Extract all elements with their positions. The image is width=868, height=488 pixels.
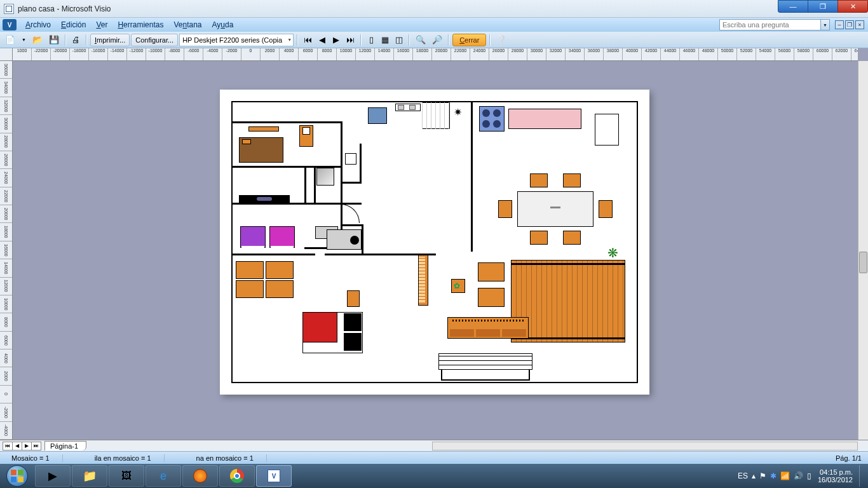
printer-name: HP Deskjet F2200 series (Copia: [182, 36, 282, 44]
tray-time: 04:15 p.m.: [818, 468, 853, 476]
windows-orb-icon: [6, 465, 28, 487]
status-bar: Mosaico = 1 ila en mosaico = 1 na en mos…: [0, 451, 868, 464]
system-menu-icon[interactable]: [3, 19, 17, 30]
first-tab-button[interactable]: ⏮: [3, 442, 13, 451]
taskbar: ▶ 📁 🖼 e V ES ▴ ⚑ ✱ 📶 🔊 ▯ 04:15 p.m. 16/0…: [0, 464, 868, 488]
app-icon: [4, 4, 14, 14]
print-button[interactable]: 🖨: [69, 34, 83, 46]
last-tab-button[interactable]: ⏭: [31, 442, 41, 451]
page-tabs-bar: ⏮ ◀ ▶ ⏭ Página-1: [0, 440, 868, 451]
new-dropdown[interactable]: ▼: [19, 34, 29, 46]
prev-page-button[interactable]: ◀: [316, 34, 329, 46]
vertical-scrollbar[interactable]: [858, 61, 868, 440]
menu-ventana[interactable]: Ventana: [168, 19, 207, 30]
svg-rect-3: [18, 477, 24, 482]
prev-tab-button[interactable]: ◀: [12, 442, 22, 451]
save-button[interactable]: 💾: [46, 34, 62, 46]
zoom-in-button[interactable]: 🔎: [430, 34, 445, 46]
menu-herramientas[interactable]: Herramientas: [112, 19, 168, 30]
dropdown-icon: ▼: [287, 37, 292, 42]
tray-network-icon[interactable]: 📶: [780, 471, 790, 480]
taskbar-explorer[interactable]: 📁: [72, 465, 107, 487]
help-button[interactable]: ❔: [494, 34, 509, 46]
help-search-dropdown[interactable]: ▼: [821, 19, 830, 30]
tray-flag-icon[interactable]: ⚑: [759, 471, 766, 480]
tray-up-icon[interactable]: ▴: [752, 471, 756, 480]
menu-archivo[interactable]: Archivo: [20, 19, 56, 30]
next-tab-button[interactable]: ▶: [22, 442, 32, 451]
horizontal-scrollbar[interactable]: [432, 442, 858, 451]
page-width-button[interactable]: ◫: [393, 34, 405, 46]
workspace: 1000-22000-20000-18000-16000-14000-12000…: [0, 48, 868, 440]
svg-rect-2: [11, 477, 17, 482]
page-tab-1[interactable]: Página-1: [44, 441, 86, 451]
tray-bluetooth-icon[interactable]: ✱: [770, 471, 776, 480]
window-controls: — ❐ ✕: [778, 0, 868, 13]
single-tile-button[interactable]: ▯: [365, 34, 377, 46]
taskbar-gallery[interactable]: 🖼: [109, 465, 144, 487]
help-search: ▼ – ❐ ×: [719, 19, 864, 30]
toolbar: 📄 ▼ 📂 💾 🖨 Imprimir... Configurar... HP D…: [0, 32, 868, 48]
taskbar-visio[interactable]: V: [256, 465, 292, 487]
taskbar-chrome[interactable]: [219, 465, 255, 487]
help-search-input[interactable]: [719, 19, 821, 30]
doc-close-button[interactable]: ×: [855, 20, 864, 29]
window-titlebar: plano casa - Microsoft Visio — ❐ ✕: [0, 0, 868, 18]
taskbar-media-player[interactable]: ▶: [35, 465, 71, 487]
next-page-button[interactable]: ▶: [330, 34, 342, 46]
maximize-button[interactable]: ❐: [808, 0, 838, 13]
status-page: Pág. 1/1: [836, 454, 862, 462]
doc-restore-button[interactable]: ❐: [845, 20, 854, 29]
new-button[interactable]: 📄: [3, 34, 18, 46]
menu-ver[interactable]: Ver: [91, 19, 112, 30]
svg-rect-0: [11, 470, 17, 475]
tray-lang[interactable]: ES: [738, 471, 748, 480]
taskbar-ie[interactable]: e: [146, 465, 181, 487]
tray-clock[interactable]: 04:15 p.m. 16/03/2012: [815, 468, 855, 484]
configure-button[interactable]: Configurar...: [131, 34, 178, 46]
last-page-button[interactable]: ⏭: [344, 34, 357, 46]
taskbar-firefox[interactable]: [182, 465, 218, 487]
svg-rect-1: [18, 470, 24, 475]
printer-select[interactable]: HP Deskjet F2200 series (Copia ▼: [179, 34, 294, 46]
open-button[interactable]: 📂: [30, 34, 45, 46]
whole-page-button[interactable]: ▦: [379, 34, 391, 46]
tray-battery-icon[interactable]: ▯: [807, 471, 811, 480]
canvas[interactable]: ✷: [13, 61, 858, 440]
print-text-button[interactable]: Imprimir...: [90, 34, 130, 46]
doc-minimize-button[interactable]: –: [835, 20, 844, 29]
zoom-out-button[interactable]: 🔍: [413, 34, 428, 46]
start-button[interactable]: [0, 464, 34, 488]
status-row: ila en mosaico = 1: [88, 454, 165, 462]
drawing-page[interactable]: ✷: [220, 90, 649, 395]
menu-edicion[interactable]: Edición: [56, 19, 91, 30]
first-page-button[interactable]: ⏮: [301, 34, 315, 46]
ruler-corner: [0, 48, 13, 61]
status-mosaic: Mosaico = 1: [5, 454, 63, 462]
tray-date: 16/03/2012: [818, 476, 853, 484]
system-tray: ES ▴ ⚑ ✱ 📶 🔊 ▯ 04:15 p.m. 16/03/2012: [738, 464, 868, 488]
window-title: plano casa - Microsoft Visio: [18, 4, 111, 13]
close-preview-button[interactable]: Cerrar: [452, 34, 486, 46]
show-desktop-button[interactable]: [859, 465, 864, 487]
status-col: na en mosaico = 1: [190, 454, 267, 462]
menu-bar: Archivo Edición Ver Herramientas Ventana…: [0, 18, 868, 32]
page-nav: ⏮ ◀ ▶ ⏭: [3, 442, 41, 451]
close-button[interactable]: ✕: [837, 0, 868, 13]
menu-ayuda[interactable]: Ayuda: [207, 19, 239, 30]
scrollbar-thumb[interactable]: [859, 252, 867, 273]
ruler-vertical: 3600034000320003000028000260002400022000…: [0, 61, 13, 440]
minimize-button[interactable]: —: [778, 0, 808, 13]
ruler-horizontal: 1000-22000-20000-18000-16000-14000-12000…: [13, 48, 858, 61]
floor-plan: ✷: [231, 101, 638, 383]
tray-volume-icon[interactable]: 🔊: [794, 471, 803, 480]
